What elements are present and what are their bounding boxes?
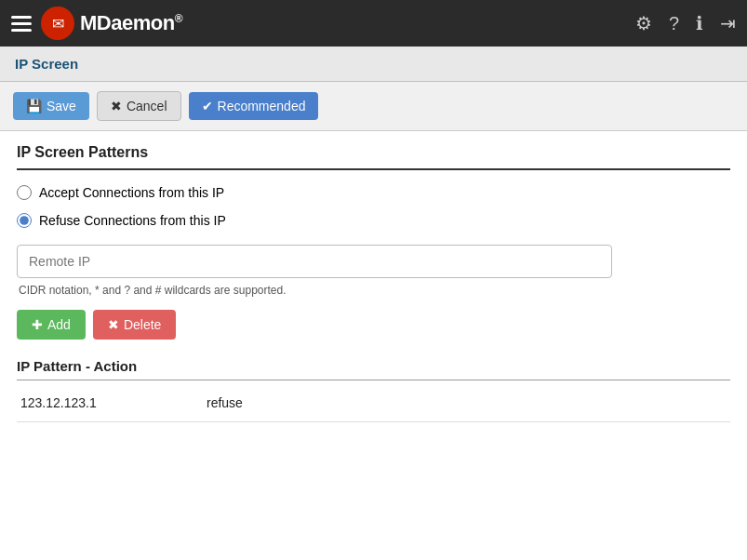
cancel-button[interactable]: ✖ Cancel: [97, 91, 181, 121]
radio-accept-label: Accept Connections from this IP: [39, 185, 224, 200]
table-row[interactable]: 123.12.123.1 refuse: [17, 384, 730, 422]
header-left: MDaemon®: [11, 7, 182, 40]
radio-accept-input[interactable]: [17, 185, 32, 200]
help-icon[interactable]: ?: [669, 13, 679, 34]
add-button[interactable]: ✚ Add: [17, 310, 86, 340]
logo-icon: [41, 7, 74, 40]
recommended-button[interactable]: ✔ Recommended: [189, 92, 319, 120]
cancel-icon: ✖: [111, 99, 122, 113]
action-bar: 💾 Save ✖ Cancel ✔ Recommended: [0, 82, 747, 131]
remote-ip-input[interactable]: [17, 245, 612, 278]
settings-icon[interactable]: ⚙: [635, 12, 652, 34]
table-header: IP Pattern - Action: [17, 358, 730, 380]
save-button[interactable]: 💾 Save: [13, 92, 89, 120]
table-cell-ip: 123.12.123.1: [20, 395, 207, 410]
radio-refuse[interactable]: Refuse Connections from this IP: [17, 213, 730, 228]
input-hint: CIDR notation, * and ? and # wildcards a…: [19, 284, 730, 297]
remote-ip-container: [17, 245, 730, 278]
logo-text: MDaemon®: [80, 11, 182, 35]
x-icon: ✖: [108, 317, 119, 332]
plus-icon: ✚: [32, 317, 43, 332]
logo: MDaemon®: [41, 7, 182, 40]
page-title: IP Screen: [15, 56, 78, 72]
scroll-container: IP Screen Patterns Accept Connections fr…: [0, 131, 747, 439]
exit-icon[interactable]: ⇥: [720, 12, 736, 34]
delete-button[interactable]: ✖ Delete: [93, 310, 176, 340]
info-icon[interactable]: ℹ: [696, 12, 703, 34]
main-content: IP Screen Patterns Accept Connections fr…: [0, 131, 747, 560]
crud-buttons: ✚ Add ✖ Delete: [17, 310, 730, 340]
menu-icon[interactable]: [11, 16, 32, 32]
table-cell-action: refuse: [207, 395, 727, 410]
check-icon: ✔: [202, 99, 213, 113]
title-bar: IP Screen: [0, 47, 747, 82]
ip-table: IP Pattern - Action 123.12.123.1 refuse: [17, 358, 730, 422]
radio-refuse-label: Refuse Connections from this IP: [39, 213, 226, 228]
save-icon: 💾: [26, 99, 42, 113]
header-icons: ⚙ ? ℹ ⇥: [635, 12, 736, 34]
app-header: MDaemon® ⚙ ? ℹ ⇥: [0, 0, 747, 47]
radio-accept[interactable]: Accept Connections from this IP: [17, 185, 730, 200]
section-title: IP Screen Patterns: [17, 144, 730, 170]
radio-refuse-input[interactable]: [17, 213, 32, 228]
radio-group: Accept Connections from this IP Refuse C…: [17, 185, 730, 228]
